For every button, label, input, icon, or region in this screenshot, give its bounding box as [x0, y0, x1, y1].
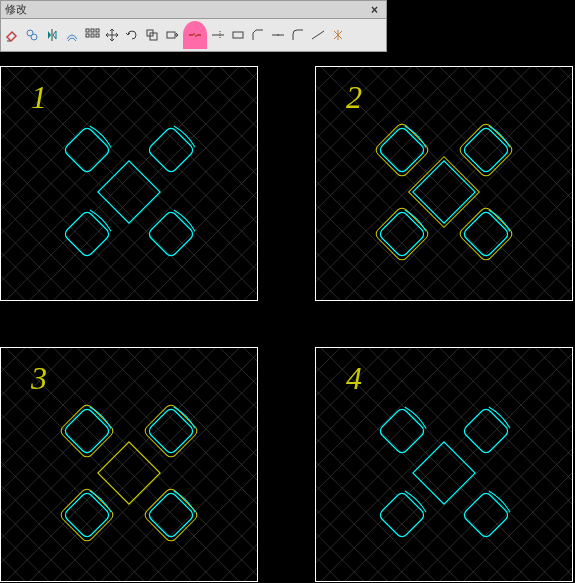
- svg-rect-289: [378, 406, 426, 454]
- svg-rect-80: [147, 125, 195, 173]
- svg-rect-290: [462, 406, 510, 454]
- toolbar-title-text: 修改: [5, 2, 27, 17]
- table-chairs-drawing: [49, 104, 209, 264]
- svg-line-15: [312, 31, 324, 39]
- mirror-icon[interactable]: [43, 26, 61, 44]
- table-chairs-drawing: [364, 385, 524, 545]
- viewport-label: 4: [346, 360, 362, 397]
- svg-rect-78: [98, 160, 160, 222]
- table-chairs-drawing: [49, 385, 209, 545]
- svg-rect-292: [462, 490, 510, 538]
- svg-rect-146: [409, 156, 480, 227]
- svg-rect-81: [63, 209, 111, 257]
- svg-rect-151: [374, 205, 431, 262]
- svg-rect-5: [96, 29, 99, 32]
- svg-line-19: [1, 67, 25, 300]
- svg-rect-152: [378, 209, 426, 257]
- move-icon[interactable]: [103, 26, 121, 44]
- array-icon[interactable]: [83, 26, 101, 44]
- trim-icon[interactable]: [209, 26, 227, 44]
- svg-rect-225: [147, 490, 195, 538]
- toolbar-button-row: [1, 19, 386, 51]
- viewport-label: 2: [346, 79, 362, 116]
- chamfer-icon[interactable]: [249, 26, 267, 44]
- viewport-4[interactable]: 4: [315, 347, 573, 582]
- svg-line-85: [316, 67, 340, 300]
- svg-rect-222: [59, 486, 116, 543]
- svg-rect-221: [147, 406, 195, 454]
- lengthen-icon[interactable]: [309, 26, 327, 44]
- viewport-1[interactable]: 1: [0, 66, 258, 301]
- svg-line-158: [1, 348, 25, 581]
- svg-rect-224: [143, 486, 200, 543]
- copy-icon[interactable]: [23, 26, 41, 44]
- svg-rect-11: [167, 32, 175, 38]
- svg-point-14: [277, 34, 279, 36]
- erase-icon[interactable]: [3, 26, 21, 44]
- extend-icon[interactable]: [229, 26, 247, 44]
- svg-rect-7: [91, 34, 94, 37]
- svg-rect-291: [378, 490, 426, 538]
- rotate-icon[interactable]: [123, 26, 141, 44]
- svg-rect-4: [91, 29, 94, 32]
- modify-toolbar: 修改 ×: [0, 0, 387, 52]
- svg-line-157: [1, 348, 25, 581]
- viewport-label: 1: [31, 79, 47, 116]
- svg-rect-147: [374, 121, 431, 178]
- viewport-label: 3: [31, 360, 47, 397]
- join-icon[interactable]: [269, 26, 287, 44]
- svg-rect-154: [462, 209, 510, 257]
- svg-rect-13: [233, 32, 243, 38]
- fillet-icon[interactable]: [289, 26, 307, 44]
- svg-line-228: [316, 348, 340, 581]
- toolbar-titlebar[interactable]: 修改 ×: [1, 1, 386, 19]
- offset-icon[interactable]: [63, 26, 81, 44]
- svg-rect-6: [86, 34, 89, 37]
- svg-rect-149: [458, 121, 515, 178]
- svg-rect-153: [458, 205, 515, 262]
- stretch-icon[interactable]: [163, 26, 181, 44]
- table-chairs-drawing: [364, 104, 524, 264]
- svg-rect-3: [86, 29, 89, 32]
- svg-rect-150: [462, 125, 510, 173]
- svg-rect-223: [63, 490, 111, 538]
- svg-rect-217: [98, 441, 160, 503]
- svg-line-18: [1, 67, 25, 300]
- svg-rect-288: [413, 441, 475, 503]
- svg-point-1: [31, 34, 37, 40]
- svg-rect-82: [147, 209, 195, 257]
- svg-rect-148: [378, 125, 426, 173]
- viewport-3[interactable]: 3: [0, 347, 258, 582]
- close-icon[interactable]: ×: [367, 3, 382, 17]
- scale-icon[interactable]: [143, 26, 161, 44]
- svg-rect-8: [96, 34, 99, 37]
- svg-rect-145: [413, 160, 475, 222]
- break-icon[interactable]: [183, 21, 207, 49]
- svg-rect-220: [143, 402, 200, 459]
- svg-rect-79: [63, 125, 111, 173]
- explode-icon[interactable]: [329, 26, 347, 44]
- svg-line-229: [316, 348, 340, 581]
- svg-rect-218: [59, 402, 116, 459]
- svg-line-86: [316, 67, 340, 300]
- viewport-2[interactable]: 2: [315, 66, 573, 301]
- viewport-grid: 1 2 3 4: [0, 52, 575, 583]
- svg-rect-219: [63, 406, 111, 454]
